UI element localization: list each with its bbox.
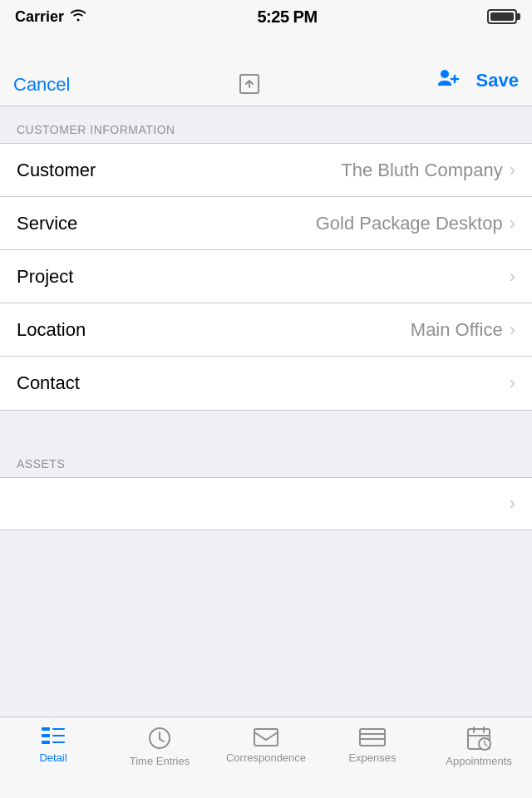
time-display: 5:25 PM [257, 7, 317, 27]
navigation-bar: Cancel Edit Save [0, 33, 532, 106]
location-chevron-icon: › [510, 319, 515, 341]
customer-section-header: CUSTOMER INFORMATION [0, 106, 532, 143]
service-value: Gold Package Desktop [316, 213, 503, 234]
location-label: Location [17, 319, 86, 341]
assets-row[interactable]: › [0, 477, 532, 530]
tab-correspondence[interactable]: Correspondence [213, 717, 319, 798]
wifi-icon [69, 8, 87, 25]
project-row[interactable]: Project › [0, 250, 532, 303]
customer-chevron-icon: › [510, 160, 515, 181]
location-right: Main Office › [411, 319, 515, 341]
project-right: › [510, 266, 515, 288]
svg-rect-10 [360, 729, 385, 746]
expenses-icon [358, 726, 387, 747]
time-entries-icon [147, 726, 172, 751]
contact-row[interactable]: Contact › [0, 357, 532, 410]
tab-time-entries-label: Time Entries [130, 755, 190, 767]
tab-correspondence-label: Correspondence [226, 751, 306, 764]
svg-rect-5 [52, 728, 65, 730]
contact-chevron-icon: › [510, 372, 515, 394]
tab-detail[interactable]: Detail [0, 717, 106, 798]
nav-right-controls: Save [419, 66, 519, 96]
separator-1 [0, 411, 532, 441]
detail-icon [40, 726, 66, 747]
battery-fill [490, 12, 514, 21]
cancel-button[interactable]: Cancel [13, 74, 80, 96]
svg-rect-2 [42, 727, 50, 731]
tab-expenses[interactable]: Expenses [319, 717, 426, 798]
tab-time-entries[interactable]: Time Entries [106, 717, 213, 798]
contact-label: Contact [17, 372, 80, 394]
upload-icon[interactable] [238, 72, 261, 96]
svg-rect-3 [42, 734, 50, 737]
svg-rect-6 [52, 735, 65, 736]
svg-rect-7 [52, 741, 65, 743]
assets-section-header: ASSETS [0, 441, 532, 477]
project-label: Project [17, 266, 73, 288]
nav-center [238, 72, 261, 96]
tab-bar: Detail Time Entries Correspondence [0, 717, 532, 798]
correspondence-icon [253, 726, 279, 747]
assets-chevron-icon: › [510, 493, 515, 515]
appointments-icon [466, 726, 491, 751]
customer-right: The Bluth Company › [341, 160, 515, 181]
customer-label: Customer [17, 160, 96, 181]
tab-detail-label: Detail [39, 751, 66, 764]
service-chevron-icon: › [510, 213, 515, 234]
svg-rect-11 [360, 734, 385, 739]
add-person-icon[interactable] [433, 66, 463, 96]
service-row[interactable]: Service Gold Package Desktop › [0, 197, 532, 250]
save-button[interactable]: Save [476, 70, 519, 91]
service-right: Gold Package Desktop › [316, 213, 515, 234]
project-chevron-icon: › [510, 266, 515, 288]
svg-rect-9 [254, 729, 278, 746]
tab-appointments[interactable]: Appointments [426, 717, 532, 798]
svg-rect-4 [42, 741, 50, 744]
tab-expenses-label: Expenses [348, 751, 396, 764]
location-value: Main Office [411, 319, 503, 341]
location-row[interactable]: Location Main Office › [0, 303, 532, 357]
customer-form-table: Customer The Bluth Company › Service Gol… [0, 143, 532, 411]
carrier-label: Carrier [15, 8, 64, 26]
status-bar: Carrier 5:25 PM [0, 0, 532, 33]
svg-point-1 [441, 70, 449, 78]
tab-appointments-label: Appointments [446, 755, 512, 767]
carrier-wifi: Carrier [15, 8, 87, 26]
contact-right: › [510, 372, 515, 394]
battery-icon [487, 9, 517, 24]
customer-row[interactable]: Customer The Bluth Company › [0, 144, 532, 197]
service-label: Service [17, 213, 77, 234]
customer-value: The Bluth Company [341, 160, 502, 181]
